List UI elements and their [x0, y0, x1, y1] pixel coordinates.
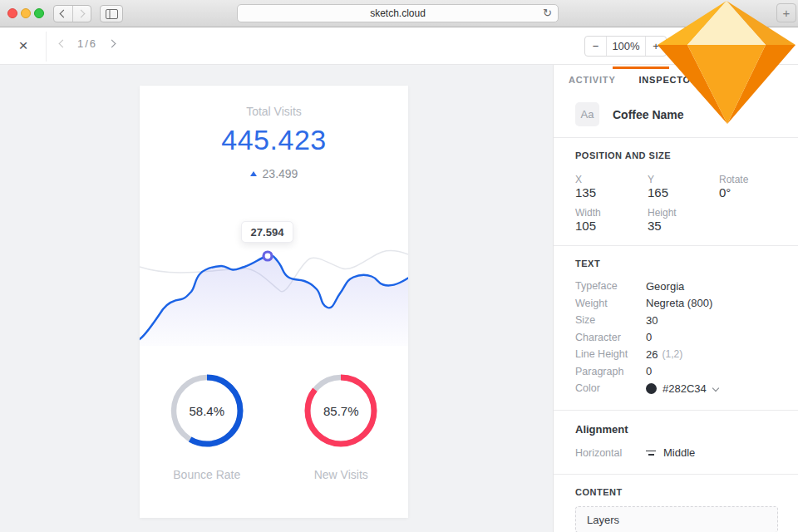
- new-visits-label: New Visits: [314, 468, 368, 481]
- next-page-icon[interactable]: [108, 40, 116, 48]
- inspector-panel: ACTIVITY INSPECTOR Aa Coffee Name POSITI…: [553, 65, 798, 532]
- sketch-logo: [656, 0, 797, 126]
- bounce-rate-value: 58.4%: [167, 371, 247, 451]
- tab-activity[interactable]: ACTIVITY: [569, 75, 616, 85]
- y-value: 165: [648, 185, 719, 200]
- color-swatch: [646, 383, 657, 394]
- delta-value: 23.499: [263, 167, 298, 180]
- line-height-value: 26: [646, 348, 658, 361]
- height-value: 35: [648, 219, 719, 233]
- x-value: 135: [575, 185, 648, 200]
- refresh-icon[interactable]: ↻: [543, 7, 552, 19]
- page-navigator: 1/6: [58, 37, 116, 50]
- donut-row: 58.4% Bounce Rate 85.7% New Visits: [140, 371, 408, 481]
- y-label: Y: [648, 174, 719, 185]
- character-label: Character: [575, 332, 646, 343]
- width-value: 105: [575, 219, 648, 233]
- text-layer-icon: Aa: [575, 102, 599, 126]
- line-height-label: Line Height: [575, 348, 646, 360]
- width-label: Width: [575, 207, 648, 219]
- color-label: Color: [575, 382, 646, 394]
- typeface-value: Georgia: [646, 280, 684, 293]
- x-label: X: [575, 174, 648, 185]
- sidebar-icon: [106, 9, 118, 19]
- traffic-close-button[interactable]: [7, 8, 17, 18]
- chart-tooltip: 27.594: [241, 221, 293, 243]
- new-visits-value: 85.7%: [301, 371, 381, 451]
- traffic-minimize-button[interactable]: [21, 8, 31, 18]
- area-fill: [140, 255, 408, 346]
- color-row[interactable]: Color #282C34: [575, 380, 778, 397]
- alignment-title: Alignment: [575, 423, 778, 436]
- position-size-title: POSITION AND SIZE: [575, 150, 778, 160]
- paragraph-value: 0: [646, 365, 652, 377]
- horizontal-value: Middle: [663, 446, 695, 459]
- text-section: TEXT Typeface Georgia Weight Negreta (80…: [554, 246, 798, 410]
- align-middle-icon: [646, 451, 656, 456]
- bounce-rate-label: Bounce Rate: [173, 468, 240, 481]
- typeface-label: Typeface: [575, 280, 646, 292]
- sketch-cloud-window: sketch.cloud ↻ + × 1/6 − 100% + Total Vi…: [0, 0, 798, 532]
- forward-button[interactable]: [72, 6, 91, 22]
- preview-canvas: Total Visits 445.423 23.499 27.594: [0, 65, 553, 532]
- total-visits-value: 445.423: [140, 124, 408, 156]
- weight-value: Negreta (800): [646, 297, 712, 309]
- rotate-label: Rotate: [719, 174, 778, 185]
- position-size-section: POSITION AND SIZE X 135 Y 165 Rotate 0° …: [554, 138, 798, 245]
- size-value: 30: [646, 314, 658, 327]
- zoom-out-button[interactable]: −: [585, 37, 606, 56]
- back-button[interactable]: [54, 6, 72, 22]
- dashboard-artboard: Total Visits 445.423 23.499 27.594: [140, 86, 408, 518]
- line-chart: [140, 241, 408, 346]
- content-section: CONTENT Layers: [554, 475, 798, 532]
- new-visits-donut: 85.7% New Visits: [274, 371, 409, 481]
- traffic-zoom-button[interactable]: [34, 8, 44, 18]
- page-indicator: 1/6: [77, 37, 97, 50]
- weight-label: Weight: [575, 298, 646, 309]
- chevron-right-icon: [76, 10, 85, 18]
- chevron-down-icon[interactable]: [712, 385, 719, 392]
- history-nav-group: [53, 5, 91, 22]
- zoom-control: − 100% +: [584, 36, 667, 57]
- arrow-up-icon: [250, 171, 257, 176]
- chevron-left-icon: [60, 10, 68, 18]
- bounce-rate-donut: 58.4% Bounce Rate: [140, 371, 274, 481]
- sidebar-toggle-button[interactable]: [100, 5, 123, 22]
- alignment-section: Alignment Horizontal Middle: [554, 411, 798, 475]
- total-visits-label: Total Visits: [140, 105, 408, 118]
- color-value: #282C34: [663, 382, 707, 395]
- text-section-title: TEXT: [575, 259, 778, 268]
- horizontal-label: Horizontal: [575, 447, 646, 459]
- height-label: Height: [648, 207, 719, 219]
- content-title: CONTENT: [575, 487, 778, 497]
- rotate-value: 0°: [719, 185, 778, 200]
- prev-page-icon[interactable]: [59, 40, 67, 48]
- chart-marker: [264, 252, 272, 260]
- delta-row: 23.499: [140, 167, 408, 180]
- line-height-extra: (1,2): [662, 348, 682, 360]
- zoom-level: 100%: [606, 37, 645, 56]
- paragraph-label: Paragraph: [575, 366, 646, 377]
- toolbar-divider: [46, 32, 47, 62]
- address-bar[interactable]: sketch.cloud ↻: [237, 4, 559, 22]
- address-bar-url: sketch.cloud: [370, 7, 426, 19]
- close-document-button[interactable]: ×: [13, 35, 33, 57]
- character-value: 0: [646, 331, 652, 343]
- content-value-box[interactable]: Layers: [575, 506, 778, 532]
- size-label: Size: [575, 314, 646, 326]
